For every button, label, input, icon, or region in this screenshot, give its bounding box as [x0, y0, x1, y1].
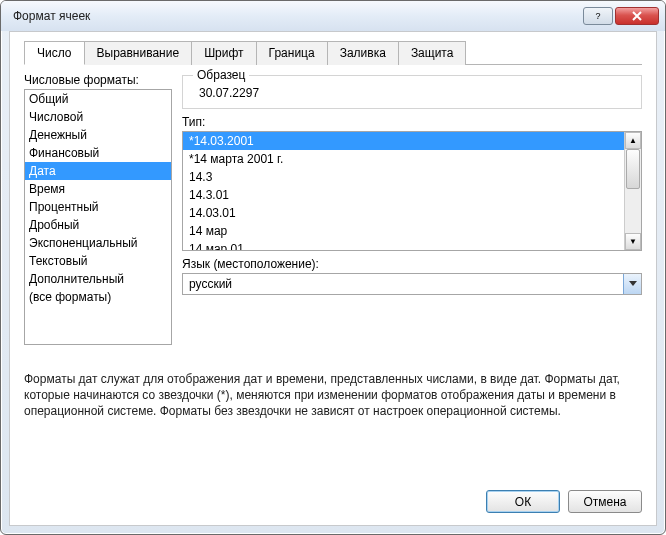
category-item[interactable]: Экспоненциальный: [25, 234, 171, 252]
category-item[interactable]: Денежный: [25, 126, 171, 144]
tab-fill[interactable]: Заливка: [327, 41, 399, 65]
category-item[interactable]: Общий: [25, 90, 171, 108]
category-item[interactable]: Дата: [25, 162, 171, 180]
category-item[interactable]: Дополнительный: [25, 270, 171, 288]
type-item[interactable]: 14.03.01: [183, 204, 624, 222]
scroll-thumb[interactable]: [626, 149, 640, 189]
tab-protection[interactable]: Защита: [398, 41, 467, 65]
locale-value: русский: [183, 274, 623, 294]
type-label: Тип:: [182, 115, 642, 129]
scroll-up-button[interactable]: ▲: [625, 132, 641, 149]
close-button[interactable]: [615, 7, 659, 25]
category-column: Числовые форматы: ОбщийЧисловойДенежныйФ…: [24, 73, 172, 345]
cancel-button[interactable]: Отмена: [568, 490, 642, 513]
type-item[interactable]: *14 марта 2001 г.: [183, 150, 624, 168]
locale-combobox[interactable]: русский: [182, 273, 642, 295]
sample-label: Образец: [193, 68, 249, 82]
category-listbox[interactable]: ОбщийЧисловойДенежныйФинансовыйДатаВремя…: [24, 89, 172, 345]
category-label: Числовые форматы:: [24, 73, 172, 87]
type-scrollbar[interactable]: ▲ ▼: [624, 132, 641, 250]
locale-dropdown-button[interactable]: [623, 274, 641, 294]
type-item[interactable]: 14.3: [183, 168, 624, 186]
category-item[interactable]: Финансовый: [25, 144, 171, 162]
window-buttons: ?: [583, 7, 659, 25]
help-button[interactable]: ?: [583, 7, 613, 25]
category-item[interactable]: Дробный: [25, 216, 171, 234]
category-item[interactable]: Текстовый: [25, 252, 171, 270]
type-item[interactable]: *14.03.2001: [183, 132, 624, 150]
type-items: *14.03.2001*14 марта 2001 г.14.314.3.011…: [183, 132, 624, 250]
dialog-buttons: ОК Отмена: [24, 480, 642, 513]
format-description: Форматы дат служат для отображения дат и…: [24, 371, 642, 419]
category-item[interactable]: Время: [25, 180, 171, 198]
type-listbox[interactable]: *14.03.2001*14 марта 2001 г.14.314.3.011…: [182, 131, 642, 251]
close-icon: [632, 11, 642, 21]
tab-border[interactable]: Граница: [256, 41, 328, 65]
ok-button[interactable]: ОК: [486, 490, 560, 513]
dialog-window: Формат ячеек ? Число Выравнивание Шрифт …: [0, 0, 666, 535]
detail-column: Образец 30.07.2297 Тип: *14.03.2001*14 м…: [182, 73, 642, 345]
tab-number[interactable]: Число: [24, 41, 85, 65]
type-item[interactable]: 14 мар: [183, 222, 624, 240]
scroll-down-button[interactable]: ▼: [625, 233, 641, 250]
category-item[interactable]: (все форматы): [25, 288, 171, 306]
tab-bar: Число Выравнивание Шрифт Граница Заливка…: [24, 40, 642, 65]
body-row: Числовые форматы: ОбщийЧисловойДенежныйФ…: [24, 73, 642, 345]
type-item[interactable]: 14 мар 01: [183, 240, 624, 250]
titlebar[interactable]: Формат ячеек ?: [1, 1, 665, 31]
locale-label: Язык (местоположение):: [182, 257, 642, 271]
type-item[interactable]: 14.3.01: [183, 186, 624, 204]
category-item[interactable]: Числовой: [25, 108, 171, 126]
tab-font[interactable]: Шрифт: [191, 41, 256, 65]
tab-alignment[interactable]: Выравнивание: [84, 41, 193, 65]
category-item[interactable]: Процентный: [25, 198, 171, 216]
dialog-content: Число Выравнивание Шрифт Граница Заливка…: [9, 31, 657, 526]
chevron-down-icon: [629, 281, 637, 287]
sample-group: Образец 30.07.2297: [182, 75, 642, 109]
sample-value: 30.07.2297: [193, 86, 631, 100]
window-title: Формат ячеек: [13, 9, 583, 23]
scroll-track[interactable]: [625, 149, 641, 233]
